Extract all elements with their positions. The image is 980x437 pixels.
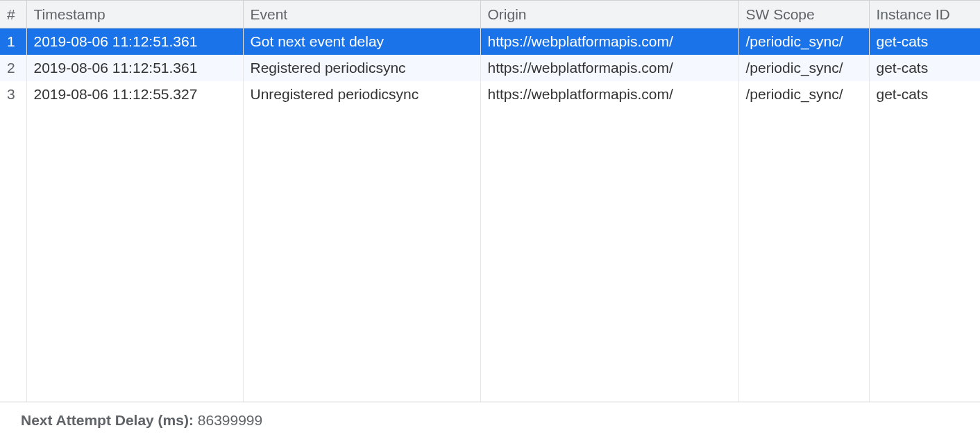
cell-instance: get-cats bbox=[869, 55, 980, 81]
table-row[interactable]: 3 2019-08-06 11:12:55.327 Unregistered p… bbox=[0, 81, 980, 108]
cell-index: 1 bbox=[0, 28, 26, 55]
cell-timestamp: 2019-08-06 11:12:51.361 bbox=[26, 55, 243, 81]
column-header-origin[interactable]: Origin bbox=[480, 1, 738, 28]
event-log-table-container: # Timestamp Event Origin SW Scope Instan… bbox=[0, 0, 980, 402]
cell-instance: get-cats bbox=[869, 81, 980, 108]
column-header-index[interactable]: # bbox=[0, 1, 26, 28]
cell-origin: https://webplatformapis.com/ bbox=[480, 55, 738, 81]
cell-index: 2 bbox=[0, 55, 26, 81]
cell-instance: get-cats bbox=[869, 28, 980, 55]
cell-event: Registered periodicsync bbox=[243, 55, 480, 81]
cell-scope: /periodic_sync/ bbox=[738, 28, 869, 55]
next-attempt-delay-label: Next Attempt Delay (ms): bbox=[21, 412, 198, 428]
event-log-table: # Timestamp Event Origin SW Scope Instan… bbox=[0, 0, 980, 402]
cell-timestamp: 2019-08-06 11:12:55.327 bbox=[26, 81, 243, 108]
table-row[interactable]: 2 2019-08-06 11:12:51.361 Registered per… bbox=[0, 55, 980, 81]
table-empty-area bbox=[0, 108, 980, 402]
cell-scope: /periodic_sync/ bbox=[738, 81, 869, 108]
cell-scope: /periodic_sync/ bbox=[738, 55, 869, 81]
column-header-instance[interactable]: Instance ID bbox=[869, 1, 980, 28]
cell-origin: https://webplatformapis.com/ bbox=[480, 81, 738, 108]
column-header-event[interactable]: Event bbox=[243, 1, 480, 28]
cell-timestamp: 2019-08-06 11:12:51.361 bbox=[26, 28, 243, 55]
cell-event: Got next event delay bbox=[243, 28, 480, 55]
table-header-row: # Timestamp Event Origin SW Scope Instan… bbox=[0, 1, 980, 28]
column-header-scope[interactable]: SW Scope bbox=[738, 1, 869, 28]
table-row[interactable]: 1 2019-08-06 11:12:51.361 Got next event… bbox=[0, 28, 980, 55]
column-header-timestamp[interactable]: Timestamp bbox=[26, 1, 243, 28]
cell-origin: https://webplatformapis.com/ bbox=[480, 28, 738, 55]
cell-index: 3 bbox=[0, 81, 26, 108]
next-attempt-delay-footer: Next Attempt Delay (ms): 86399999 bbox=[0, 402, 980, 437]
next-attempt-delay-value: 86399999 bbox=[198, 412, 262, 428]
cell-event: Unregistered periodicsync bbox=[243, 81, 480, 108]
